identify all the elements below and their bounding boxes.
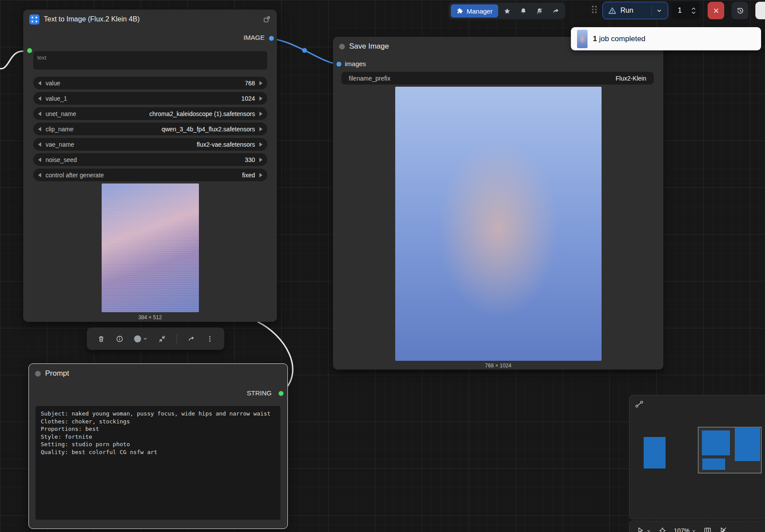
minimap-node[interactable] bbox=[702, 430, 730, 455]
widget-value-1[interactable]: value_1 1024 bbox=[33, 92, 267, 105]
run-button[interactable]: Run bbox=[602, 2, 668, 19]
history-clock-icon bbox=[736, 7, 744, 15]
widget-vae-name[interactable]: vae_name flux2-vae.safetensors bbox=[33, 138, 267, 151]
job-completed-toast[interactable]: 1 job completed bbox=[571, 27, 761, 50]
link-reroute-dot[interactable] bbox=[302, 48, 307, 53]
widget-value-text: chroma2_kaleidoscope (1).safetensors bbox=[149, 110, 255, 117]
notifications-button[interactable] bbox=[516, 4, 531, 18]
widget-unet-name[interactable]: unet_name chroma2_kaleidoscope (1).safet… bbox=[33, 107, 267, 120]
input-slot-label: images bbox=[345, 60, 366, 67]
link-into-text-input[interactable] bbox=[0, 51, 25, 69]
decrement-icon[interactable] bbox=[38, 96, 41, 101]
node-context-toolbar bbox=[87, 328, 224, 350]
node-prompt[interactable]: Prompt STRING Subject: naked young woman… bbox=[28, 363, 288, 529]
decrement-icon[interactable] bbox=[38, 81, 41, 85]
minimap-toggle-button[interactable] bbox=[704, 527, 712, 532]
batch-count-input[interactable]: 1 bbox=[672, 2, 700, 19]
delete-node-button[interactable] bbox=[97, 335, 105, 343]
increment-icon[interactable] bbox=[259, 142, 262, 147]
saved-image-preview bbox=[395, 87, 602, 361]
widget-noise-seed[interactable]: noise_seed 330 bbox=[33, 153, 267, 166]
output-socket-string[interactable] bbox=[279, 391, 283, 396]
expand-node-button[interactable] bbox=[263, 15, 271, 23]
widget-label: value_1 bbox=[46, 95, 67, 102]
notifications-muted-button[interactable] bbox=[532, 4, 547, 18]
manager-button-label: Manager bbox=[467, 7, 492, 15]
select-tool-button[interactable] bbox=[637, 527, 651, 532]
node-more-options-button[interactable] bbox=[206, 335, 214, 343]
increment-icon[interactable] bbox=[259, 127, 262, 131]
zoom-level-value: 107% bbox=[674, 527, 690, 532]
favorites-button[interactable] bbox=[500, 4, 514, 18]
minimap-viewport[interactable] bbox=[698, 427, 761, 473]
toolbar-divider bbox=[177, 334, 177, 344]
queue-panel-button[interactable] bbox=[755, 2, 765, 19]
widget-value-text: 1024 bbox=[241, 95, 255, 102]
zoom-level-button[interactable]: 107% bbox=[674, 527, 696, 532]
minimap-panel[interactable] bbox=[629, 395, 765, 519]
decrement-icon[interactable] bbox=[38, 112, 41, 116]
decrement-icon[interactable] bbox=[38, 142, 41, 147]
widget-value[interactable]: value 768 bbox=[33, 77, 267, 89]
widget-label: filename_prefix bbox=[349, 75, 390, 82]
node-color-button[interactable] bbox=[134, 335, 148, 342]
output-socket-image[interactable] bbox=[269, 36, 274, 41]
node-editor-canvas[interactable]: Text to Image (Flux.2 Klein 4B) IMAGE te… bbox=[0, 0, 765, 532]
collapse-node-button[interactable] bbox=[158, 335, 166, 343]
node-header[interactable]: Prompt bbox=[29, 364, 287, 383]
rerun-node-button[interactable] bbox=[188, 335, 195, 343]
node-header[interactable]: Text to Image (Flux.2 Klein 4B) bbox=[23, 10, 277, 29]
widget-clip-name[interactable]: clip_name qwen_3_4b_fp4_flux2.safetensor… bbox=[33, 123, 267, 135]
toolbar-drag-handle[interactable] bbox=[592, 6, 597, 13]
chevron-down-icon[interactable] bbox=[656, 7, 662, 14]
run-button-label: Run bbox=[620, 7, 633, 14]
node-save-image[interactable]: Save Image images filename_prefix Flux2-… bbox=[333, 37, 663, 370]
increment-icon[interactable] bbox=[259, 81, 262, 85]
minimap-node[interactable] bbox=[735, 428, 760, 461]
widget-label: vae_name bbox=[46, 141, 74, 148]
widget-label: value bbox=[46, 80, 60, 87]
increment-icon[interactable] bbox=[259, 173, 262, 177]
collapse-dot[interactable] bbox=[35, 371, 41, 377]
link-visibility-icon[interactable] bbox=[635, 400, 644, 409]
widget-value-text: flux2-vae.safetensors bbox=[197, 141, 255, 148]
toast-label: job completed bbox=[597, 35, 645, 43]
increment-icon[interactable] bbox=[259, 158, 262, 162]
job-result-thumbnail[interactable] bbox=[577, 30, 588, 48]
node-text-to-image[interactable]: Text to Image (Flux.2 Klein 4B) IMAGE te… bbox=[23, 10, 277, 322]
node-title: Save Image bbox=[349, 42, 389, 51]
decrement-icon[interactable] bbox=[38, 158, 41, 162]
pointer-options-button[interactable] bbox=[719, 527, 727, 532]
widget-label: clip_name bbox=[46, 126, 74, 133]
decrement-icon[interactable] bbox=[38, 127, 41, 131]
decrement-icon[interactable] bbox=[38, 173, 41, 177]
history-button[interactable] bbox=[732, 2, 748, 19]
minimap-node[interactable] bbox=[644, 437, 666, 469]
input-socket-text[interactable] bbox=[27, 48, 32, 53]
node-title: Prompt bbox=[45, 369, 69, 378]
share-icon bbox=[552, 7, 560, 15]
widget-label: control after generate bbox=[46, 172, 104, 179]
manager-button[interactable]: Manager bbox=[451, 4, 498, 18]
stepper-down-icon[interactable] bbox=[691, 11, 696, 14]
chevron-down-icon[interactable] bbox=[646, 528, 651, 532]
widget-value-text: 330 bbox=[245, 156, 255, 163]
widget-value-text: qwen_3_4b_fp4_flux2.safetensors bbox=[162, 126, 255, 133]
widget-control-after-generate[interactable]: control after generate fixed bbox=[33, 169, 267, 181]
stepper-up-icon[interactable] bbox=[691, 7, 696, 11]
widget-filename-prefix[interactable]: filename_prefix Flux2-Klein bbox=[341, 72, 654, 85]
input-socket-images[interactable] bbox=[336, 62, 341, 67]
link-image-to-images[interactable] bbox=[271, 39, 339, 64]
share-button[interactable] bbox=[549, 4, 563, 18]
text-input-widget[interactable]: text bbox=[33, 51, 267, 70]
minimap-node[interactable] bbox=[702, 458, 725, 470]
cancel-run-button[interactable] bbox=[708, 2, 724, 19]
widget-value-text: 768 bbox=[245, 80, 255, 87]
increment-icon[interactable] bbox=[259, 112, 262, 116]
node-info-button[interactable] bbox=[116, 335, 124, 343]
image-dimensions-caption: 768 × 1024 bbox=[333, 363, 663, 369]
increment-icon[interactable] bbox=[259, 96, 262, 101]
prompt-text-area[interactable]: Subject: naked young woman, pussy focus,… bbox=[35, 406, 280, 520]
collapse-dot[interactable] bbox=[339, 44, 345, 49]
fit-view-button[interactable] bbox=[659, 527, 666, 532]
